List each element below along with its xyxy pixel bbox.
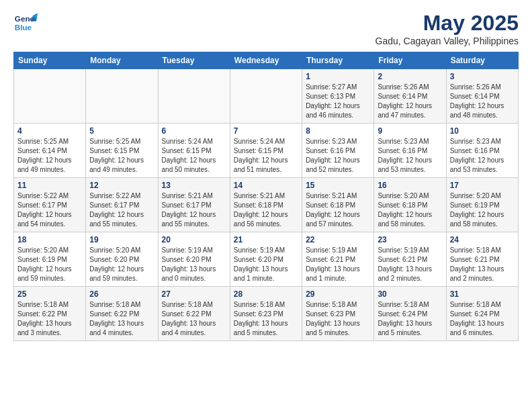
day-number: 28 <box>234 289 298 299</box>
day-number: 14 <box>234 181 298 190</box>
day-info: Sunrise: 5:20 AM Sunset: 6:19 PM Dayligh… <box>17 246 82 283</box>
day-number: 10 <box>450 126 515 136</box>
day-number: 19 <box>89 235 154 244</box>
day-info: Sunrise: 5:18 AM Sunset: 6:22 PM Dayligh… <box>17 300 82 338</box>
day-info: Sunrise: 5:21 AM Sunset: 6:18 PM Dayligh… <box>306 191 370 229</box>
day-number: 4 <box>17 126 82 136</box>
day-info: Sunrise: 5:18 AM Sunset: 6:24 PM Dayligh… <box>450 300 515 338</box>
day-number: 20 <box>162 235 226 244</box>
month-title: May 2025 <box>375 11 519 36</box>
calendar-cell: 26Sunrise: 5:18 AM Sunset: 6:22 PM Dayli… <box>86 287 158 341</box>
day-info: Sunrise: 5:22 AM Sunset: 6:17 PM Dayligh… <box>89 191 154 229</box>
day-number: 30 <box>378 289 442 299</box>
day-number: 12 <box>89 181 154 190</box>
day-info: Sunrise: 5:27 AM Sunset: 6:13 PM Dayligh… <box>306 83 370 120</box>
day-number: 16 <box>378 181 442 190</box>
day-info: Sunrise: 5:26 AM Sunset: 6:14 PM Dayligh… <box>450 83 515 120</box>
day-info: Sunrise: 5:18 AM Sunset: 6:23 PM Dayligh… <box>234 300 298 338</box>
calendar-week-4: 18Sunrise: 5:20 AM Sunset: 6:19 PM Dayli… <box>14 232 519 287</box>
day-info: Sunrise: 5:18 AM Sunset: 6:24 PM Dayligh… <box>378 300 442 338</box>
day-info: Sunrise: 5:18 AM Sunset: 6:22 PM Dayligh… <box>89 300 154 338</box>
day-number: 24 <box>450 235 515 244</box>
day-info: Sunrise: 5:24 AM Sunset: 6:15 PM Dayligh… <box>162 137 226 175</box>
calendar-cell: 4Sunrise: 5:25 AM Sunset: 6:14 PM Daylig… <box>14 124 86 178</box>
day-number: 15 <box>306 181 370 190</box>
day-info: Sunrise: 5:18 AM Sunset: 6:23 PM Dayligh… <box>306 300 370 338</box>
calendar-cell: 10Sunrise: 5:23 AM Sunset: 6:16 PM Dayli… <box>446 124 518 178</box>
day-number: 18 <box>17 235 82 244</box>
day-number: 26 <box>89 289 154 299</box>
calendar-cell: 27Sunrise: 5:18 AM Sunset: 6:22 PM Dayli… <box>158 287 230 341</box>
title-area: May 2025 Gadu, Cagayan Valley, Philippin… <box>375 11 519 46</box>
day-info: Sunrise: 5:19 AM Sunset: 6:21 PM Dayligh… <box>378 246 442 283</box>
calendar-cell: 11Sunrise: 5:22 AM Sunset: 6:17 PM Dayli… <box>14 178 86 232</box>
calendar-cell: 21Sunrise: 5:19 AM Sunset: 6:20 PM Dayli… <box>230 232 302 287</box>
calendar-cell: 8Sunrise: 5:23 AM Sunset: 6:16 PM Daylig… <box>302 124 374 178</box>
calendar-cell <box>230 69 302 124</box>
day-number: 31 <box>450 289 515 299</box>
weekday-header-friday: Friday <box>374 52 446 69</box>
day-info: Sunrise: 5:23 AM Sunset: 6:16 PM Dayligh… <box>378 137 442 175</box>
calendar-cell: 12Sunrise: 5:22 AM Sunset: 6:17 PM Dayli… <box>86 178 158 232</box>
weekday-header-saturday: Saturday <box>446 52 518 69</box>
calendar-cell: 22Sunrise: 5:19 AM Sunset: 6:21 PM Dayli… <box>302 232 374 287</box>
day-number: 8 <box>306 126 370 136</box>
calendar-week-5: 25Sunrise: 5:18 AM Sunset: 6:22 PM Dayli… <box>14 287 519 341</box>
calendar-cell: 23Sunrise: 5:19 AM Sunset: 6:21 PM Dayli… <box>374 232 446 287</box>
calendar-cell: 1Sunrise: 5:27 AM Sunset: 6:13 PM Daylig… <box>302 69 374 124</box>
calendar-cell: 3Sunrise: 5:26 AM Sunset: 6:14 PM Daylig… <box>446 69 518 124</box>
calendar-cell: 14Sunrise: 5:21 AM Sunset: 6:18 PM Dayli… <box>230 178 302 232</box>
day-number: 17 <box>450 181 515 190</box>
day-number: 2 <box>378 72 442 81</box>
day-info: Sunrise: 5:20 AM Sunset: 6:19 PM Dayligh… <box>450 191 515 229</box>
calendar-cell: 28Sunrise: 5:18 AM Sunset: 6:23 PM Dayli… <box>230 287 302 341</box>
day-info: Sunrise: 5:18 AM Sunset: 6:21 PM Dayligh… <box>450 246 515 283</box>
day-info: Sunrise: 5:25 AM Sunset: 6:14 PM Dayligh… <box>17 137 82 175</box>
day-info: Sunrise: 5:19 AM Sunset: 6:20 PM Dayligh… <box>234 246 298 283</box>
calendar-cell <box>86 69 158 124</box>
calendar-cell: 30Sunrise: 5:18 AM Sunset: 6:24 PM Dayli… <box>374 287 446 341</box>
day-number: 25 <box>17 289 82 299</box>
page-header: General Blue May 2025 Gadu, Cagayan Vall… <box>13 11 519 46</box>
day-number: 6 <box>162 126 226 136</box>
weekday-header-thursday: Thursday <box>302 52 374 69</box>
calendar-cell: 9Sunrise: 5:23 AM Sunset: 6:16 PM Daylig… <box>374 124 446 178</box>
calendar-cell: 16Sunrise: 5:20 AM Sunset: 6:18 PM Dayli… <box>374 178 446 232</box>
day-info: Sunrise: 5:18 AM Sunset: 6:22 PM Dayligh… <box>162 300 226 338</box>
day-info: Sunrise: 5:19 AM Sunset: 6:21 PM Dayligh… <box>306 246 370 283</box>
day-info: Sunrise: 5:23 AM Sunset: 6:16 PM Dayligh… <box>306 137 370 175</box>
location-title: Gadu, Cagayan Valley, Philippines <box>375 36 519 46</box>
day-number: 22 <box>306 235 370 244</box>
calendar-header: SundayMondayTuesdayWednesdayThursdayFrid… <box>14 52 519 69</box>
day-number: 21 <box>234 235 298 244</box>
calendar-week-3: 11Sunrise: 5:22 AM Sunset: 6:17 PM Dayli… <box>14 178 519 232</box>
weekday-header-tuesday: Tuesday <box>158 52 230 69</box>
calendar-table: SundayMondayTuesdayWednesdayThursdayFrid… <box>13 52 519 341</box>
day-info: Sunrise: 5:24 AM Sunset: 6:15 PM Dayligh… <box>234 137 298 175</box>
calendar-cell: 15Sunrise: 5:21 AM Sunset: 6:18 PM Dayli… <box>302 178 374 232</box>
calendar-cell: 25Sunrise: 5:18 AM Sunset: 6:22 PM Dayli… <box>14 287 86 341</box>
weekday-header-wednesday: Wednesday <box>230 52 302 69</box>
calendar-cell: 18Sunrise: 5:20 AM Sunset: 6:19 PM Dayli… <box>14 232 86 287</box>
day-info: Sunrise: 5:25 AM Sunset: 6:15 PM Dayligh… <box>89 137 154 175</box>
day-info: Sunrise: 5:20 AM Sunset: 6:18 PM Dayligh… <box>378 191 442 229</box>
calendar-cell: 17Sunrise: 5:20 AM Sunset: 6:19 PM Dayli… <box>446 178 518 232</box>
day-number: 23 <box>378 235 442 244</box>
calendar-cell: 2Sunrise: 5:26 AM Sunset: 6:14 PM Daylig… <box>374 69 446 124</box>
day-info: Sunrise: 5:26 AM Sunset: 6:14 PM Dayligh… <box>378 83 442 120</box>
weekday-header-sunday: Sunday <box>14 52 86 69</box>
day-number: 1 <box>306 72 370 81</box>
weekday-header-row: SundayMondayTuesdayWednesdayThursdayFrid… <box>14 52 519 69</box>
calendar-cell: 19Sunrise: 5:20 AM Sunset: 6:20 PM Dayli… <box>86 232 158 287</box>
calendar-cell: 6Sunrise: 5:24 AM Sunset: 6:15 PM Daylig… <box>158 124 230 178</box>
day-number: 3 <box>450 72 515 81</box>
day-number: 7 <box>234 126 298 136</box>
calendar-cell: 7Sunrise: 5:24 AM Sunset: 6:15 PM Daylig… <box>230 124 302 178</box>
day-number: 27 <box>162 289 226 299</box>
calendar-cell: 13Sunrise: 5:21 AM Sunset: 6:17 PM Dayli… <box>158 178 230 232</box>
day-info: Sunrise: 5:19 AM Sunset: 6:20 PM Dayligh… <box>162 246 226 283</box>
day-number: 9 <box>378 126 442 136</box>
day-info: Sunrise: 5:21 AM Sunset: 6:18 PM Dayligh… <box>234 191 298 229</box>
day-info: Sunrise: 5:20 AM Sunset: 6:20 PM Dayligh… <box>89 246 154 283</box>
day-info: Sunrise: 5:22 AM Sunset: 6:17 PM Dayligh… <box>17 191 82 229</box>
